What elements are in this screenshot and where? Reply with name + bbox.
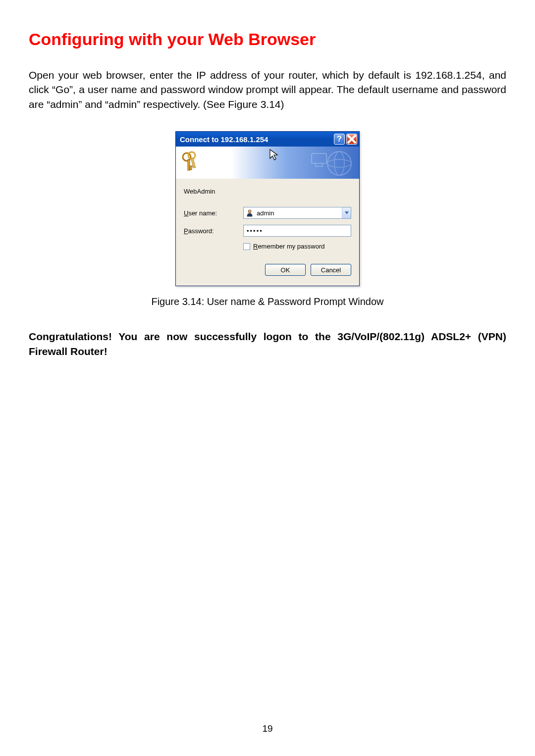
cursor-icon (269, 149, 279, 163)
svg-rect-10 (316, 163, 322, 166)
figure: Connect to 192.168.1.254 ? (29, 131, 506, 307)
dialog-body: WebAdmin User name: admin (176, 179, 359, 286)
intro-paragraph: Open your web browser, enter the IP addr… (29, 68, 506, 111)
svg-rect-3 (190, 168, 192, 170)
password-label: Password: (184, 227, 243, 235)
congrats-paragraph: Congratulations! You are now successfull… (29, 329, 506, 358)
realm-label: WebAdmin (184, 188, 351, 195)
figure-caption: Figure 3.14: User name & Password Prompt… (29, 296, 506, 307)
keys-icon (180, 151, 204, 175)
login-dialog: Connect to 192.168.1.254 ? (175, 131, 360, 286)
username-input[interactable]: admin (243, 207, 351, 219)
dialog-banner (176, 147, 359, 179)
username-value: admin (257, 209, 342, 217)
dropdown-button[interactable] (342, 207, 351, 218)
page-number: 19 (0, 723, 535, 734)
svg-point-6 (327, 151, 351, 175)
svg-point-7 (327, 159, 351, 167)
ok-button[interactable]: OK (265, 264, 306, 276)
remember-label: Remember my password (253, 243, 325, 250)
svg-rect-9 (312, 153, 326, 163)
svg-point-4 (188, 152, 195, 159)
remember-checkbox[interactable] (243, 243, 250, 250)
password-row: Password: ••••• (184, 225, 351, 237)
cancel-button[interactable]: Cancel (311, 264, 351, 276)
globe-decor-icon (310, 150, 354, 179)
help-button[interactable]: ? (334, 134, 345, 145)
dialog-titlebar: Connect to 192.168.1.254 ? (176, 132, 359, 147)
page-title: Configuring with your Web Browser (29, 30, 506, 49)
remember-row: Remember my password (243, 243, 351, 250)
svg-rect-1 (188, 159, 190, 170)
password-input[interactable]: ••••• (243, 225, 351, 237)
svg-rect-2 (190, 166, 192, 167)
chevron-down-icon (345, 211, 349, 214)
user-icon (246, 209, 254, 217)
close-icon (347, 134, 357, 144)
dialog-buttons: OK Cancel (184, 264, 351, 278)
dialog-title: Connect to 192.168.1.254 (180, 135, 332, 144)
close-button[interactable] (346, 134, 357, 145)
username-row: User name: admin (184, 207, 351, 219)
username-label: User name: (184, 209, 243, 217)
svg-point-8 (334, 151, 344, 175)
svg-point-11 (248, 210, 251, 213)
